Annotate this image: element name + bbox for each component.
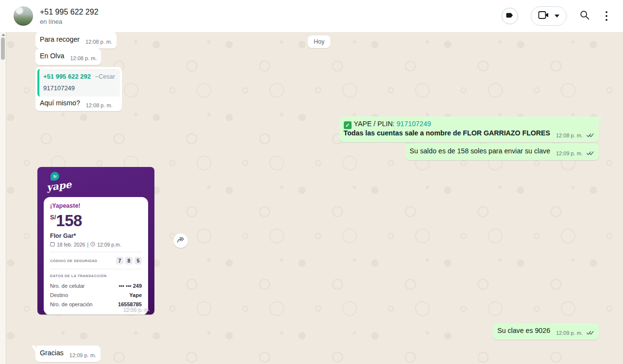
- check-mark-emoji: [344, 121, 352, 129]
- datetime-divider: |: [87, 242, 88, 248]
- message-text: Su clave es 9026: [497, 327, 550, 334]
- amount-value: 158: [56, 212, 82, 230]
- message-text: En Olva: [40, 52, 64, 60]
- delivered-ticks-icon: [586, 329, 594, 338]
- security-code-label: CÓDIGO DE SEGURIDAD: [50, 259, 98, 263]
- kebab-dot: [606, 11, 607, 13]
- video-call-button[interactable]: [531, 6, 567, 26]
- quoted-sender-alias: ~Cesar: [95, 73, 115, 80]
- message-time: 12:09 p. m.: [556, 329, 583, 338]
- phone-number-link[interactable]: 917107249: [397, 120, 431, 128]
- message-aqui-mismo[interactable]: +51 995 622 292 ~Cesar 917107249 Aquí mi…: [35, 67, 122, 111]
- delivered-ticks-icon: [586, 149, 594, 158]
- contact-status: en línea: [40, 18, 99, 25]
- row-value: Yape: [129, 291, 142, 300]
- yape-logo: S/ yape: [47, 172, 148, 192]
- message-text: Para recoger: [40, 35, 80, 43]
- contact-name: +51 995 622 292: [40, 7, 99, 17]
- calendar-icon: [50, 242, 55, 248]
- search-button[interactable]: [579, 10, 590, 22]
- transaction-rows: Nro. de celular ••• ••• 249 Destino Yape…: [50, 281, 142, 309]
- contact-avatar[interactable]: [14, 6, 33, 26]
- message-bubble[interactable]: Para recoger 12:08 p. m.: [35, 32, 117, 49]
- contact-info[interactable]: +51 995 622 292 en línea: [40, 7, 99, 25]
- message-text: Su saldo es de 158 soles para enviar su …: [410, 147, 550, 155]
- message-gracias[interactable]: Gracias 12:09 p. m.: [35, 346, 101, 362]
- message-bold-text: Todas las cuentas sale a nombre de FLOR …: [344, 129, 550, 137]
- message-text: Aquí mismo?: [40, 99, 80, 107]
- yape-wordmark: yape: [46, 179, 72, 193]
- message-time: 12:09 p. m.: [69, 351, 96, 360]
- row-label: Nro. de operación: [50, 300, 92, 309]
- kebab-dot: [606, 15, 607, 17]
- chevron-down-icon: [555, 15, 559, 17]
- receipt-time: 12:09 p.m.: [97, 242, 121, 248]
- menu-button[interactable]: [603, 10, 610, 22]
- whatsapp-chat-window: +51 995 622 292 en línea: [0, 0, 623, 364]
- delivered-ticks-icon: [586, 131, 594, 140]
- forward-message-button[interactable]: [173, 233, 188, 248]
- message-para-recoger[interactable]: Para recoger 12:08 p. m.: [35, 32, 117, 49]
- security-code-row: CÓDIGO DE SEGURIDAD 7 8 5: [50, 257, 142, 265]
- image-message-time: 12:09 p. m.: [123, 306, 150, 312]
- row-label: Destino: [50, 291, 68, 300]
- receipt-title: ¡Yapeaste!: [50, 202, 142, 209]
- quoted-sender-name: +51 995 622 292: [43, 73, 91, 80]
- message-bubble[interactable]: En Olva 12:08 p. m.: [35, 49, 101, 65]
- transaction-row: Nro. de celular ••• ••• 249: [50, 281, 142, 291]
- receipt-card: ¡Yapeaste! S/158 Flor Gar* 18 feb. 2026 …: [44, 197, 148, 314]
- date-chip: Hoy: [308, 35, 330, 48]
- security-digit: 7: [116, 257, 123, 265]
- scroll-up-arrow[interactable]: [1, 33, 5, 36]
- message-bubble[interactable]: Su saldo es de 158 soles para enviar su …: [405, 144, 599, 160]
- scrollbar-thumb[interactable]: [1, 37, 5, 60]
- search-icon: [579, 14, 590, 22]
- quoted-text: 917107249: [43, 83, 115, 93]
- message-time: 12:09 p. m.: [556, 149, 583, 158]
- message-time: 12:08 p. m.: [70, 54, 97, 63]
- transaction-data-label: DATOS DE LA TRANSACCIÓN: [50, 274, 142, 278]
- message-yape-plin[interactable]: YAPE / PLIN: 917107249 Todas las cuentas…: [339, 116, 599, 142]
- kebab-dot: [606, 19, 607, 21]
- header-actions: [502, 6, 610, 26]
- message-time: 12:08 p. m.: [86, 101, 113, 110]
- forward-arrow-icon: [176, 235, 185, 246]
- quoted-message[interactable]: +51 995 622 292 ~Cesar 917107249: [37, 69, 120, 97]
- message-clave[interactable]: Su clave es 9026 12:09 p. m.: [493, 323, 599, 340]
- security-code-digits: 7 8 5: [116, 257, 142, 265]
- message-bubble[interactable]: +51 995 622 292 ~Cesar 917107249 Aquí mi…: [35, 67, 122, 111]
- clock-icon: [90, 242, 95, 248]
- label-icon: [505, 11, 515, 22]
- yape-receipt: S/ yape ¡Yapeaste! S/158 Flor Gar* 18 fe…: [37, 167, 154, 314]
- yape-badge-icon: S/: [51, 172, 59, 181]
- receipt-date: 18 feb. 2026: [57, 242, 85, 248]
- receipt-payee: Flor Gar*: [50, 232, 142, 239]
- chat-header: +51 995 622 292 en línea: [0, 0, 623, 32]
- chat-message-area: Hoy Para recoger 12:08 p. m. En Olva 12:…: [0, 32, 623, 364]
- row-value: ••• ••• 249: [118, 281, 142, 291]
- message-text: Gracias: [40, 349, 64, 357]
- security-digit: 8: [125, 257, 133, 265]
- receipt-datetime: 18 feb. 2026 | 12:09 p.m.: [50, 242, 142, 248]
- message-bubble[interactable]: Su clave es 9026 12:09 p. m.: [493, 323, 599, 340]
- message-saldo[interactable]: Su saldo es de 158 soles para enviar su …: [405, 144, 599, 160]
- video-camera-icon: [538, 11, 550, 21]
- chat-scrollbar[interactable]: [0, 32, 6, 364]
- message-en-olva[interactable]: En Olva 12:08 p. m.: [35, 49, 101, 65]
- message-receipt-image[interactable]: S/ yape ¡Yapeaste! S/158 Flor Gar* 18 fe…: [37, 167, 154, 314]
- receipt-amount: S/158: [50, 212, 142, 230]
- message-time: 12:08 p. m.: [556, 131, 583, 140]
- message-text: YAPE / PLIN:: [354, 120, 397, 128]
- message-bubble[interactable]: Gracias 12:09 p. m.: [35, 346, 101, 362]
- transaction-row: Destino Yape: [50, 291, 142, 300]
- currency-symbol: S/: [50, 214, 56, 221]
- row-label: Nro. de celular: [50, 281, 85, 291]
- message-time: 12:08 p. m.: [85, 37, 112, 47]
- message-bubble[interactable]: YAPE / PLIN: 917107249 Todas las cuentas…: [339, 116, 599, 142]
- security-digit: 5: [135, 257, 142, 265]
- label-button[interactable]: [502, 8, 518, 24]
